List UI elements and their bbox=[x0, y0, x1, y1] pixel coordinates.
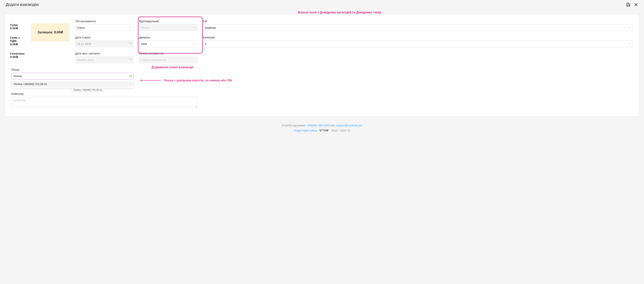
summary-sum: Сума: 0.00₴ bbox=[10, 23, 25, 30]
svg-point-15 bbox=[327, 131, 328, 131]
select-counterparty-type-value: Клієнт bbox=[77, 26, 85, 29]
header-actions bbox=[626, 3, 638, 7]
label-responsible: Відповідальний bbox=[139, 20, 198, 23]
field-counterparty-type: Тип контрагента Клієнт bbox=[75, 20, 134, 31]
field-category: Категорія 4 bbox=[203, 36, 633, 47]
modal-header: Додати взаємодію bbox=[0, 0, 644, 9]
form-card: Тип контрагента Клієнт Відповідальний По… bbox=[6, 15, 638, 116]
footer: Служба підтримки: +38(044) 389-3355 або … bbox=[0, 120, 644, 138]
field-type: Тип Керівник bbox=[203, 20, 633, 31]
truck-icon bbox=[319, 128, 330, 132]
chevron-down-icon bbox=[130, 26, 132, 29]
summary-lines: Сума: 0.00₴ Сума з ПДВ: 0.00₴ Сплачено: … bbox=[10, 23, 25, 64]
field-next-contact-date: Дата наст. контакта Вкажіть Дату bbox=[75, 52, 134, 63]
select-type-value: Керівник bbox=[205, 26, 216, 29]
search-dropdown: Поліна +38(066) 702-38-41 bbox=[11, 80, 134, 88]
annotation-middle: Додавання нової взаємодії bbox=[152, 66, 193, 69]
chevron-down-icon bbox=[628, 42, 631, 45]
field-search: Пошук ✕ Поліна +38(066) 702-38-41 Поліна… bbox=[11, 68, 134, 79]
clear-icon[interactable]: ✕ bbox=[129, 75, 132, 78]
svg-point-0 bbox=[628, 4, 628, 4]
field-responsible: Відповідальний Пошук bbox=[139, 20, 198, 31]
chevron-down-icon bbox=[193, 42, 196, 45]
label-start-date: Дата старта bbox=[75, 36, 134, 39]
svg-rect-11 bbox=[319, 129, 326, 131]
chevron-down-icon bbox=[628, 26, 631, 29]
footer-or: або bbox=[330, 124, 336, 127]
field-source: Джерело Інше bbox=[139, 36, 198, 47]
summary-area: Сума: 0.00₴ Сума з ПДВ: 0.00₴ Сплачено: … bbox=[11, 20, 70, 64]
svg-rect-3 bbox=[130, 43, 132, 45]
registered-icon: R bbox=[348, 129, 350, 132]
input-next-contact-date[interactable]: Вкажіть Дату bbox=[75, 57, 134, 63]
close-icon[interactable] bbox=[634, 3, 638, 7]
arrow-icon bbox=[140, 80, 161, 81]
modal-title: Додати взаємодію bbox=[6, 2, 39, 7]
label-comment: Коментар bbox=[11, 92, 198, 95]
svg-point-14 bbox=[324, 131, 325, 131]
select-responsible-placeholder: Пошук bbox=[141, 26, 149, 29]
summary-sum-vat: Сума з ПДВ: 0.00₴ bbox=[10, 36, 25, 46]
calendar-icon bbox=[129, 58, 132, 62]
search-tooltip: Поліна +38(066) 702-38-41 bbox=[72, 88, 104, 92]
select-counterparty-type[interactable]: Клієнт bbox=[75, 24, 134, 31]
select-category-value: 4 bbox=[205, 42, 206, 45]
annotation-search: Пошук з довідника клієнтів, по номеру аб… bbox=[140, 79, 232, 82]
svg-point-13 bbox=[320, 131, 321, 131]
annotation-top: Власні поля з Довідника категорій та Дов… bbox=[0, 11, 644, 14]
select-counterparty-status-placeholder: Статус контрагента bbox=[141, 58, 166, 61]
footer-support-line: Служба підтримки: +38(044) 389-3355 або … bbox=[0, 124, 644, 127]
footer-years: 2015 - 2023 bbox=[332, 129, 346, 132]
select-category[interactable]: 4 bbox=[203, 41, 633, 47]
balance-box: Залишок: 0.00₴ bbox=[31, 23, 70, 41]
label-type: Тип bbox=[203, 20, 633, 23]
annotation-search-text: Пошук з довідника клієнтів, по номеру аб… bbox=[164, 79, 232, 82]
label-counterparty-type: Тип контрагента bbox=[75, 20, 134, 23]
field-comment: Коментар bbox=[11, 92, 198, 108]
input-start-date-value: 16.11.2023 bbox=[77, 42, 91, 45]
label-next-contact-date: Дата наст. контакта bbox=[75, 52, 134, 55]
select-counterparty-status[interactable]: Статус контрагента bbox=[139, 57, 198, 63]
calendar-icon bbox=[129, 42, 132, 45]
comment-textarea[interactable] bbox=[11, 97, 198, 107]
label-counterparty-status: Статус контрагента bbox=[139, 52, 198, 55]
select-responsible[interactable]: Пошук bbox=[139, 24, 198, 31]
svg-rect-7 bbox=[130, 59, 132, 61]
label-source: Джерело bbox=[139, 36, 198, 39]
footer-support-prefix: Служба підтримки: bbox=[282, 124, 306, 127]
label-search: Пошук bbox=[11, 68, 134, 71]
select-source[interactable]: Інше bbox=[139, 41, 198, 47]
input-start-date[interactable]: 16.11.2023 bbox=[75, 41, 134, 47]
summary-paid: Сплачено: 0.00₴ bbox=[10, 52, 25, 59]
footer-phone-link[interactable]: +38(044) 389-3355 bbox=[306, 124, 330, 127]
chevron-down-icon bbox=[193, 26, 196, 29]
select-source-value: Інше bbox=[141, 42, 147, 45]
field-counterparty-status: Статус контрагента Статус контрагента bbox=[139, 52, 198, 63]
field-start-date: Дата старта 16.11.2023 bbox=[75, 36, 134, 47]
save-icon[interactable] bbox=[626, 3, 630, 7]
search-input[interactable] bbox=[11, 73, 134, 79]
footer-agreement-link[interactable]: Угода Користувача bbox=[294, 129, 317, 132]
input-next-contact-date-placeholder: Вкажіть Дату bbox=[77, 58, 94, 61]
label-category: Категорія bbox=[203, 36, 633, 39]
search-dropdown-item[interactable]: Поліна +38(066) 702-38-41 bbox=[11, 81, 134, 87]
footer-email-link[interactable]: support@carbook.pro bbox=[336, 124, 362, 127]
select-type[interactable]: Керівник bbox=[203, 24, 633, 31]
footer-row2: Угода Користувача 2015 - 2023 R bbox=[0, 128, 644, 132]
